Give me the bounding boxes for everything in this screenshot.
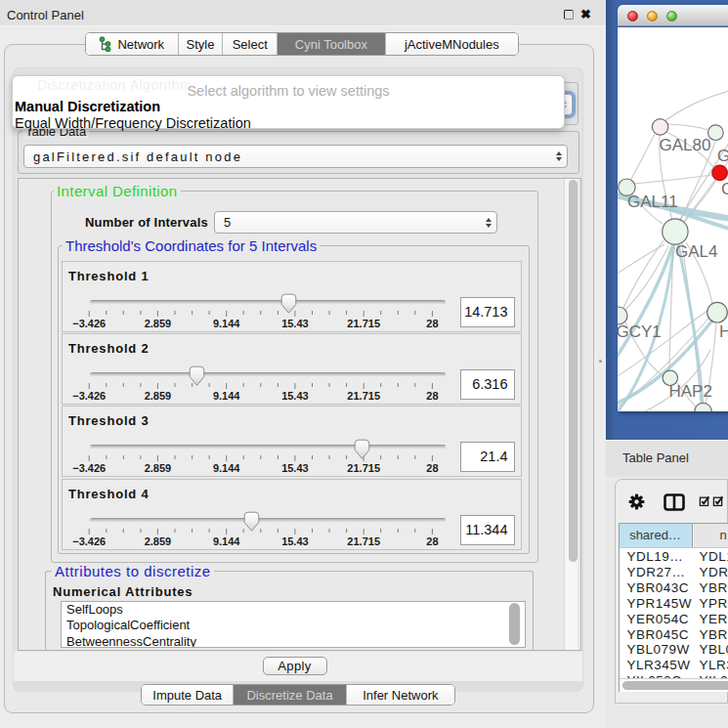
svg-text:GAL4: GAL4 — [675, 242, 717, 261]
svg-text:G: G — [721, 180, 728, 198]
svg-text:GCY1: GCY1 — [618, 322, 662, 341]
svg-text:HAP2: HAP2 — [669, 382, 712, 401]
svg-text:GAL11: GAL11 — [627, 193, 678, 211]
svg-text:H: H — [719, 322, 728, 341]
svg-text:GAL80: GAL80 — [660, 136, 711, 154]
svg-text:G.: G. — [717, 147, 728, 165]
